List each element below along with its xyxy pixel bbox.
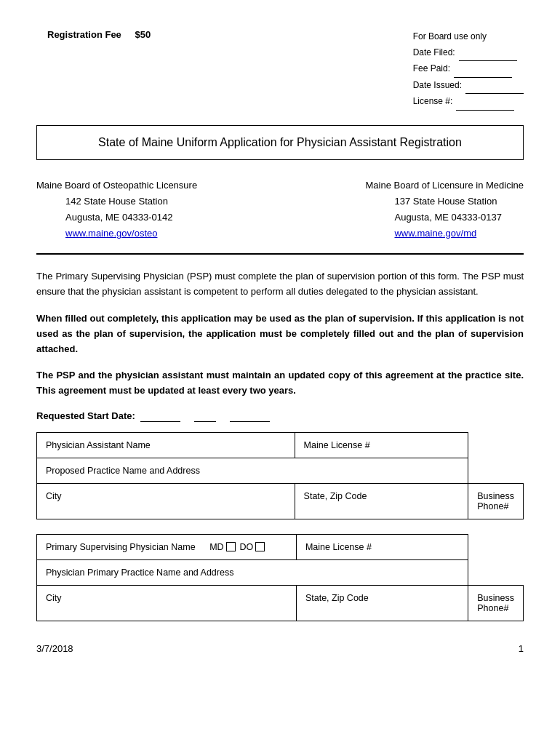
psp-row1: Primary Supervising Physician Name MD DO… bbox=[37, 534, 524, 559]
start-date-label: Requested Start Date: bbox=[36, 410, 135, 421]
license-field bbox=[456, 94, 514, 111]
start-date-month bbox=[140, 410, 180, 422]
psp-row2: Physician Primary Practice Name and Addr… bbox=[37, 559, 524, 585]
psp-city-cell: City bbox=[37, 585, 297, 621]
md-do-group: MD DO bbox=[209, 542, 265, 552]
right-address: Maine Board of Licensure in Medicine 137… bbox=[365, 178, 524, 242]
license-line: License #: bbox=[413, 94, 524, 111]
pa-license-cell: Maine License # bbox=[295, 432, 468, 458]
right-org-name: Maine Board of Licensure in Medicine bbox=[365, 178, 524, 194]
psp-state-zip-cell: State, Zip Code bbox=[296, 585, 468, 621]
footer: 3/7/2018 1 bbox=[36, 643, 524, 654]
top-section: Registration Fee $50 For Board use only … bbox=[36, 29, 524, 111]
date-filed-field bbox=[459, 45, 517, 62]
footer-date: 3/7/2018 bbox=[36, 643, 73, 654]
left-address: Maine Board of Osteopathic Licensure 142… bbox=[36, 178, 197, 242]
psp-license-cell: Maine License # bbox=[296, 534, 468, 559]
right-url[interactable]: www.maine.gov/md bbox=[365, 226, 524, 242]
divider bbox=[36, 253, 524, 255]
date-issued-line: Date Issued: bbox=[413, 78, 524, 95]
form-title: State of Maine Uniform Application for P… bbox=[36, 125, 524, 160]
board-use-section: For Board use only Date Filed: Fee Paid:… bbox=[413, 29, 524, 111]
board-use-title: For Board use only bbox=[413, 29, 524, 45]
fee-paid-label: Fee Paid: bbox=[413, 61, 450, 78]
date-filed-label: Date Filed: bbox=[413, 45, 455, 62]
right-address-line1: 137 State House Station bbox=[365, 194, 524, 210]
body-para2: When filled out completely, this applica… bbox=[36, 311, 524, 356]
do-checkbox-label: DO bbox=[240, 542, 265, 552]
md-checkbox-label: MD bbox=[209, 542, 235, 552]
fee-paid-line: Fee Paid: bbox=[413, 61, 524, 78]
left-url[interactable]: www.maine.gov/osteo bbox=[36, 226, 197, 242]
pa-row1: Physician Assistant Name Maine License # bbox=[37, 432, 524, 458]
license-label: License #: bbox=[413, 94, 453, 111]
psp-name-cell: Primary Supervising Physician Name MD DO bbox=[37, 534, 297, 559]
pa-row2: Proposed Practice Name and Address bbox=[37, 458, 524, 483]
left-org-name: Maine Board of Osteopathic Licensure bbox=[36, 178, 197, 194]
pa-name-cell: Physician Assistant Name bbox=[37, 432, 295, 458]
pa-address-cell: Proposed Practice Name and Address bbox=[37, 458, 468, 483]
fee-paid-field bbox=[454, 61, 512, 78]
md-checkbox[interactable] bbox=[226, 542, 236, 551]
body-para3: The PSP and the physician assistant must… bbox=[36, 368, 524, 399]
date-filed-line: Date Filed: bbox=[413, 45, 524, 62]
start-date-day bbox=[194, 410, 216, 422]
pa-city-cell: City bbox=[37, 483, 295, 519]
psp-address-cell: Physician Primary Practice Name and Addr… bbox=[37, 559, 468, 585]
psp-table: Primary Supervising Physician Name MD DO… bbox=[36, 534, 524, 621]
date-issued-field bbox=[465, 78, 524, 95]
pa-state-zip-cell: State, Zip Code bbox=[295, 483, 468, 519]
body-para1: The Primary Supervising Physician (PSP) … bbox=[36, 269, 524, 300]
reg-fee-label: Registration Fee bbox=[47, 29, 121, 40]
reg-fee-value: $50 bbox=[135, 29, 151, 40]
start-date-year bbox=[230, 410, 270, 422]
psp-phone-cell: Business Phone# bbox=[468, 585, 524, 621]
psp-row3: City State, Zip Code Business Phone# bbox=[37, 585, 524, 621]
pa-phone-cell: Business Phone# bbox=[468, 483, 524, 519]
left-address-line2: Augusta, ME 04333-0142 bbox=[36, 210, 197, 226]
pa-table: Physician Assistant Name Maine License #… bbox=[36, 432, 524, 519]
date-issued-label: Date Issued: bbox=[413, 78, 462, 95]
right-address-line2: Augusta, ME 04333-0137 bbox=[365, 210, 524, 226]
left-address-line1: 142 State House Station bbox=[36, 194, 197, 210]
registration-fee: Registration Fee $50 bbox=[36, 29, 151, 111]
footer-page: 1 bbox=[519, 643, 524, 654]
start-date: Requested Start Date: bbox=[36, 410, 524, 422]
pa-row3: City State, Zip Code Business Phone# bbox=[37, 483, 524, 519]
addresses-section: Maine Board of Osteopathic Licensure 142… bbox=[36, 178, 524, 242]
do-checkbox[interactable] bbox=[255, 542, 265, 551]
